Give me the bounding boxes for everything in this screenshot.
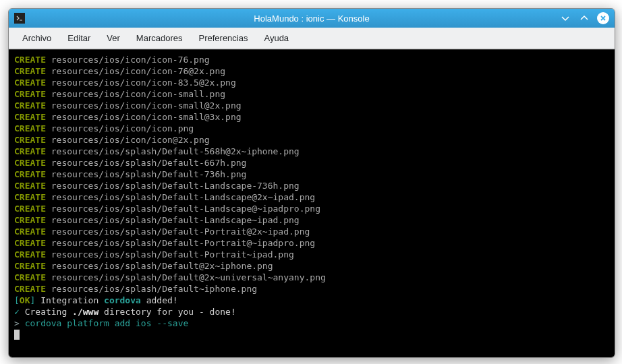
- output-line: CREATE resources/ios/icon/icon-76.png: [14, 54, 609, 65]
- output-line: CREATE resources/ios/splash/Default-736h…: [14, 169, 609, 180]
- menu-ayuda[interactable]: Ayuda: [256, 30, 297, 46]
- menu-archivo[interactable]: Archivo: [14, 30, 59, 46]
- output-line: CREATE resources/ios/icon/icon@2x.png: [14, 134, 609, 146]
- menu-preferencias[interactable]: Preferencias: [190, 30, 256, 46]
- menubar: Archivo Editar Ver Marcadores Preferenci…: [9, 28, 615, 49]
- menu-editar[interactable]: Editar: [59, 30, 98, 46]
- ok-line: [OK] Integration cordova added!: [14, 295, 609, 306]
- output-line: CREATE resources/ios/splash/Default@2x~u…: [14, 272, 609, 283]
- close-button[interactable]: [597, 12, 609, 24]
- minimize-button[interactable]: [559, 12, 571, 24]
- output-line: CREATE resources/ios/splash/Default-Land…: [14, 203, 609, 214]
- output-line: CREATE resources/ios/icon/icon-76@2x.png: [14, 65, 609, 77]
- output-line: CREATE resources/ios/splash/Default-Port…: [14, 249, 609, 260]
- cursor-line: [14, 329, 609, 340]
- window-title: HolaMundo : ionic — Konsole: [254, 13, 369, 24]
- maximize-button[interactable]: [578, 12, 590, 24]
- creating-line: ✓ Creating ./www directory for you - don…: [14, 306, 609, 317]
- cursor: [14, 330, 20, 340]
- output-line: CREATE resources/ios/icon/icon-small@3x.…: [14, 111, 609, 123]
- window-controls: [559, 12, 609, 24]
- output-line: CREATE resources/ios/splash/Default~ipho…: [14, 283, 609, 295]
- command-line: > cordova platform add ios --save: [14, 317, 609, 329]
- output-line: CREATE resources/ios/splash/Default-Land…: [14, 214, 609, 226]
- output-line: CREATE resources/ios/icon/icon-small.png: [14, 88, 609, 100]
- output-line: CREATE resources/ios/icon/icon.png: [14, 123, 609, 134]
- output-line: CREATE resources/ios/icon/icon-83.5@2x.p…: [14, 77, 609, 88]
- output-line: CREATE resources/ios/splash/Default-Port…: [14, 226, 609, 237]
- titlebar[interactable]: HolaMundo : ionic — Konsole: [9, 9, 615, 28]
- output-line: CREATE resources/ios/splash/Default-568h…: [14, 146, 609, 157]
- output-line: CREATE resources/ios/splash/Default-667h…: [14, 157, 609, 169]
- app-icon: [14, 13, 25, 24]
- konsole-window: HolaMundo : ionic — Konsole Archivo Edit…: [8, 8, 615, 358]
- output-line: CREATE resources/ios/splash/Default-Port…: [14, 237, 609, 249]
- output-line: CREATE resources/ios/splash/Default-Land…: [14, 180, 609, 191]
- terminal-output[interactable]: CREATE resources/ios/icon/icon-76.pngCRE…: [9, 49, 615, 357]
- menu-marcadores[interactable]: Marcadores: [128, 30, 191, 46]
- output-line: CREATE resources/ios/icon/icon-small@2x.…: [14, 100, 609, 111]
- output-line: CREATE resources/ios/splash/Default-Land…: [14, 191, 609, 203]
- output-line: CREATE resources/ios/splash/Default@2x~i…: [14, 260, 609, 272]
- menu-ver[interactable]: Ver: [98, 30, 128, 46]
